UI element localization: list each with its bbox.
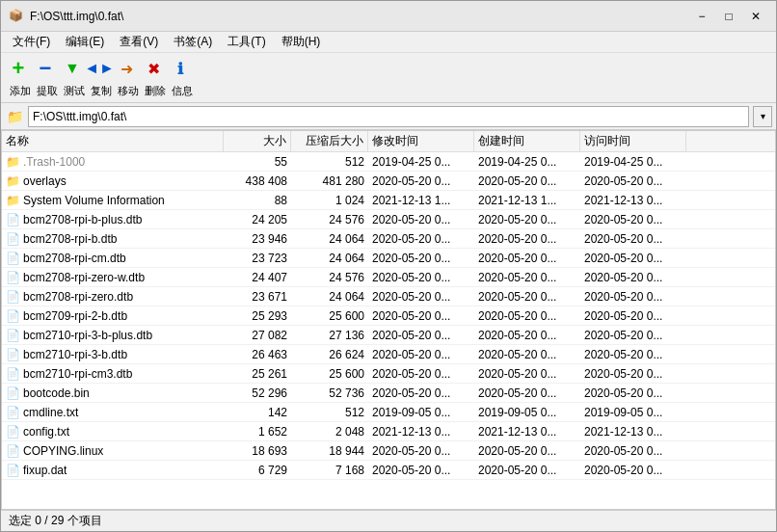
file-size: 88 bbox=[224, 190, 291, 211]
file-size: 142 bbox=[224, 402, 291, 423]
file-size: 52 296 bbox=[224, 383, 291, 404]
delete-button[interactable]: ✖ bbox=[142, 57, 165, 80]
file-size: 25 293 bbox=[224, 306, 291, 327]
file-modified: 2020-05-20 0... bbox=[368, 212, 474, 227]
file-created: 2020-05-20 0... bbox=[474, 386, 580, 401]
file-modified: 2020-05-20 0... bbox=[368, 270, 474, 285]
file-name: 📄 bcm2708-rpi-cm.dtb bbox=[2, 251, 224, 266]
file-created: 2020-05-20 0... bbox=[474, 308, 580, 324]
file-compressed: 24 064 bbox=[291, 248, 368, 269]
file-accessed: 2020-05-20 0... bbox=[580, 231, 686, 247]
file-icon: 📄 bbox=[6, 464, 19, 477]
move-button[interactable]: ➜ bbox=[115, 57, 138, 80]
file-icon: 📄 bbox=[6, 232, 19, 246]
col-header-created[interactable]: 创建时间 bbox=[474, 131, 580, 151]
file-name: 📄 bootcode.bin bbox=[2, 386, 224, 401]
table-row[interactable]: 📄 bcm2710-rpi-3-b.dtb 26 463 26 624 2020… bbox=[2, 345, 775, 364]
file-accessed: 2020-05-20 0... bbox=[580, 308, 686, 324]
file-modified: 2020-05-20 0... bbox=[368, 366, 474, 382]
table-row[interactable]: 📄 bcm2708-rpi-zero-w.dtb 24 407 24 576 2… bbox=[2, 268, 775, 287]
col-header-modified[interactable]: 修改时间 bbox=[368, 131, 474, 151]
minimize-button[interactable]: − bbox=[689, 7, 714, 26]
menu-view[interactable]: 查看(V) bbox=[112, 32, 166, 52]
file-created: 2020-05-20 0... bbox=[474, 231, 580, 247]
file-name: 📄 bcm2708-rpi-zero-w.dtb bbox=[2, 270, 224, 285]
menu-bookmarks[interactable]: 书签(A) bbox=[166, 32, 220, 52]
table-row[interactable]: 📄 bootcode.bin 52 296 52 736 2020-05-20 … bbox=[2, 384, 775, 403]
file-modified: 2020-05-20 0... bbox=[368, 251, 474, 266]
file-created: 2020-05-20 0... bbox=[474, 251, 580, 266]
file-compressed: 25 600 bbox=[291, 363, 368, 385]
file-compressed: 512 bbox=[291, 152, 368, 173]
file-icon: 📄 bbox=[6, 425, 19, 439]
file-modified: 2020-05-20 0... bbox=[368, 347, 474, 362]
app-icon: 📦 bbox=[9, 9, 24, 24]
col-header-accessed[interactable]: 访问时间 bbox=[580, 131, 686, 151]
file-accessed: 2021-12-13 0... bbox=[580, 193, 686, 208]
file-accessed: 2020-05-20 0... bbox=[580, 366, 686, 382]
menu-tools[interactable]: 工具(T) bbox=[220, 32, 273, 52]
file-compressed: 18 944 bbox=[291, 440, 368, 462]
file-compressed: 24 064 bbox=[291, 228, 368, 250]
file-modified: 2019-09-05 0... bbox=[368, 405, 474, 420]
file-accessed: 2019-04-25 0... bbox=[580, 154, 686, 170]
table-row[interactable]: 📄 bcm2708-rpi-b-plus.dtb 24 205 24 576 2… bbox=[2, 210, 775, 229]
table-row[interactable]: 📄 bcm2708-rpi-cm.dtb 23 723 24 064 2020-… bbox=[2, 249, 775, 268]
test-button[interactable]: ▼ bbox=[61, 57, 84, 80]
file-size: 6 729 bbox=[224, 460, 291, 481]
col-header-size[interactable]: 大小 bbox=[224, 131, 291, 151]
file-size: 438 408 bbox=[224, 171, 291, 192]
address-input[interactable] bbox=[28, 106, 749, 127]
status-bar: 选定 0 / 29 个项目 bbox=[1, 510, 776, 531]
file-accessed: 2020-05-20 0... bbox=[580, 347, 686, 362]
file-name: 📄 bcm2710-rpi-cm3.dtb bbox=[2, 366, 224, 382]
table-row[interactable]: 📄 bcm2709-rpi-2-b.dtb 25 293 25 600 2020… bbox=[2, 306, 775, 326]
table-row[interactable]: 📄 bcm2710-rpi-3-b-plus.dtb 27 082 27 136… bbox=[2, 326, 775, 345]
file-name: 📄 cmdline.txt bbox=[2, 405, 224, 420]
file-size: 25 261 bbox=[224, 363, 291, 385]
table-row[interactable]: 📄 cmdline.txt 142 512 2019-09-05 0... 20… bbox=[2, 403, 775, 422]
file-compressed: 26 624 bbox=[291, 344, 368, 365]
file-modified: 2020-05-20 0... bbox=[368, 328, 474, 343]
info-button[interactable]: ℹ bbox=[169, 57, 192, 80]
table-row[interactable]: 📁 overlays 438 408 481 280 2020-05-20 0.… bbox=[2, 172, 775, 191]
table-row[interactable]: 📄 bcm2708-rpi-b.dtb 23 946 24 064 2020-0… bbox=[2, 229, 775, 249]
file-name: 📄 bcm2708-rpi-b-plus.dtb bbox=[2, 212, 224, 227]
table-row[interactable]: 📄 COPYING.linux 18 693 18 944 2020-05-20… bbox=[2, 441, 775, 461]
file-icon: 📄 bbox=[6, 348, 19, 361]
extract-button[interactable]: − bbox=[34, 57, 57, 80]
copy-button[interactable]: ◄► bbox=[88, 57, 111, 80]
maximize-button[interactable]: □ bbox=[716, 7, 741, 26]
col-header-compressed[interactable]: 压缩后大小 bbox=[291, 131, 368, 151]
file-size: 24 205 bbox=[224, 209, 291, 230]
file-accessed: 2021-12-13 0... bbox=[580, 424, 686, 439]
table-row[interactable]: 📁 System Volume Information 88 1 024 202… bbox=[2, 191, 775, 210]
file-name: 📄 bcm2709-rpi-2-b.dtb bbox=[2, 308, 224, 324]
file-icon: 📄 bbox=[6, 329, 19, 342]
file-name: 📁 .Trash-1000 bbox=[2, 154, 224, 170]
add-button[interactable]: + bbox=[7, 57, 30, 80]
menu-help[interactable]: 帮助(H) bbox=[274, 32, 329, 52]
title-bar: 📦 F:\OS\ttt.img\0.fat\ − □ ✕ bbox=[1, 1, 776, 32]
col-header-name[interactable]: 名称 bbox=[2, 131, 224, 151]
close-button[interactable]: ✕ bbox=[743, 7, 768, 26]
file-modified: 2020-05-20 0... bbox=[368, 289, 474, 305]
file-accessed: 2020-05-20 0... bbox=[580, 212, 686, 227]
file-list-body[interactable]: 📁 .Trash-1000 55 512 2019-04-25 0... 201… bbox=[2, 152, 775, 509]
table-row[interactable]: 📄 bcm2710-rpi-cm3.dtb 25 261 25 600 2020… bbox=[2, 364, 775, 384]
file-name: 📄 bcm2710-rpi-3-b-plus.dtb bbox=[2, 328, 224, 343]
table-row[interactable]: 📁 .Trash-1000 55 512 2019-04-25 0... 201… bbox=[2, 152, 775, 172]
menu-edit[interactable]: 编辑(E) bbox=[58, 32, 112, 52]
test-label: 测试 bbox=[61, 84, 88, 98]
file-created: 2020-05-20 0... bbox=[474, 328, 580, 343]
table-row[interactable]: 📄 config.txt 1 652 2 048 2021-12-13 0...… bbox=[2, 422, 775, 441]
file-compressed: 1 024 bbox=[291, 190, 368, 211]
toolbar-icons-row: + − ▼ ◄► ➜ ✖ ℹ bbox=[7, 57, 770, 80]
file-icon: 📄 bbox=[6, 290, 19, 304]
move-label: 移动 bbox=[115, 84, 142, 98]
table-row[interactable]: 📄 bcm2708-rpi-zero.dtb 23 671 24 064 202… bbox=[2, 287, 775, 306]
address-dropdown-button[interactable]: ▾ bbox=[753, 106, 772, 127]
info-label: 信息 bbox=[169, 84, 196, 98]
table-row[interactable]: 📄 fixup.dat 6 729 7 168 2020-05-20 0... … bbox=[2, 461, 775, 480]
menu-file[interactable]: 文件(F) bbox=[5, 32, 58, 52]
